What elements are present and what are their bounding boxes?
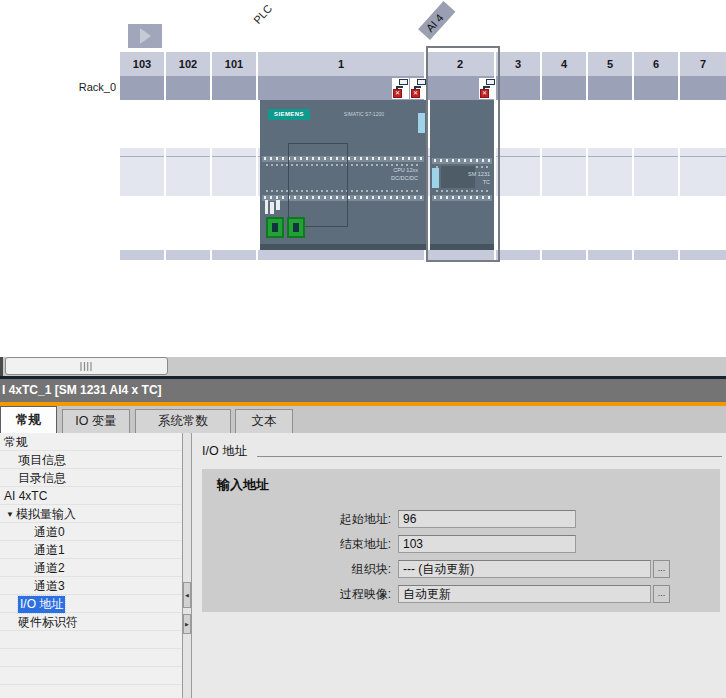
slot-101-cell[interactable]	[212, 100, 258, 148]
slot-1-cell[interactable]	[258, 250, 426, 260]
slot-103-cell[interactable]	[120, 100, 166, 148]
tree-item[interactable]: AI 4xTC	[0, 487, 182, 505]
slot-7-cell[interactable]	[680, 148, 726, 196]
browse-button[interactable]: ...	[653, 560, 670, 578]
slot-1-header[interactable]: 1	[258, 52, 426, 76]
slot-101-cell[interactable]	[212, 196, 258, 250]
slot-3-cell[interactable]	[496, 76, 542, 100]
slot-4-header[interactable]: 4	[542, 52, 588, 76]
port-not-connected-icon[interactable]: ✕	[410, 78, 427, 99]
slot-101-cell[interactable]	[212, 250, 258, 260]
tree-item[interactable]: I/O 地址	[0, 595, 182, 613]
form-field-row: 过程映像: 自动更新 ...	[202, 585, 720, 603]
splitter-grip[interactable]: ||||	[5, 357, 168, 375]
slot-102-cell[interactable]	[166, 250, 212, 260]
slot-2-header[interactable]: 2	[426, 52, 496, 76]
ai-module[interactable]: SM 1231 TC	[430, 100, 494, 250]
slot-102-cell[interactable]	[166, 100, 212, 148]
tree-scroll-strip[interactable]: ◀ ▶	[182, 433, 192, 698]
tab-texts[interactable]: 文本	[235, 409, 293, 433]
slot-5-header[interactable]: 5	[588, 52, 634, 76]
tree-item[interactable]: 常规	[0, 433, 182, 451]
slot-3-cell[interactable]	[496, 100, 542, 148]
tree-item[interactable]: 通道2	[0, 559, 182, 577]
tree-item[interactable]: 目录信息	[0, 469, 182, 487]
slot-7-cell[interactable]	[680, 250, 726, 260]
rack-footer-strip	[120, 250, 726, 260]
slot-103-cell[interactable]	[120, 148, 166, 196]
field-value[interactable]: --- (自动更新)	[398, 560, 651, 578]
port-not-connected-icon[interactable]: ✕	[392, 78, 409, 99]
slot-5-cell[interactable]	[588, 76, 634, 100]
tree-item[interactable]: 硬件标识符	[0, 613, 182, 631]
module-label-plc[interactable]: PLC	[251, 2, 274, 26]
rack-name-label: Rack_0	[0, 81, 116, 93]
slot-header-row: 1031021011234567	[120, 52, 726, 76]
slot-4-cell[interactable]	[542, 196, 588, 250]
form-field-row: 组织块: --- (自动更新) ...	[202, 560, 720, 578]
slot-3-cell[interactable]	[496, 196, 542, 250]
slot-3-cell[interactable]	[496, 148, 542, 196]
tree-item[interactable]: ▼ 模拟量输入	[0, 505, 182, 523]
field-value[interactable]: 103	[398, 535, 576, 553]
splitter-edge	[0, 357, 3, 376]
tree-item[interactable]: 通道0	[0, 523, 182, 541]
slot-6-cell[interactable]	[634, 148, 680, 196]
form-field-row: 结束地址: 103	[202, 535, 720, 553]
slot-7-cell[interactable]	[680, 76, 726, 100]
slot-7-cell[interactable]	[680, 100, 726, 148]
tree-item[interactable]: 通道3	[0, 577, 182, 595]
cpu-door-outline	[288, 143, 348, 227]
tab-general[interactable]: 常规	[0, 406, 57, 433]
slot-102-cell[interactable]	[166, 196, 212, 250]
slot-6-header[interactable]: 6	[634, 52, 680, 76]
module-tag	[432, 168, 439, 188]
slot-4-cell[interactable]	[542, 250, 588, 260]
browse-button[interactable]: ...	[653, 585, 670, 603]
slot-4-cell[interactable]	[542, 148, 588, 196]
slot-7-cell[interactable]	[680, 196, 726, 250]
collapse-left-icon[interactable]: ◀	[183, 582, 191, 608]
micro-labels	[436, 190, 488, 192]
section-rule	[257, 456, 722, 457]
field-value[interactable]: 96	[398, 510, 576, 528]
port-not-connected-icon[interactable]: ✕	[479, 78, 496, 99]
tab-io-tags[interactable]: IO 变量	[62, 409, 130, 433]
slot-5-cell[interactable]	[588, 100, 634, 148]
tree-item[interactable]: 通道1	[0, 541, 182, 559]
collapse-right-icon[interactable]: ▶	[183, 614, 191, 634]
slot-103-cell[interactable]	[120, 76, 166, 100]
slot-3-cell[interactable]	[496, 250, 542, 260]
slot-101-cell[interactable]	[212, 76, 258, 100]
cpu-module[interactable]: SIEMENS SIMATIC S7-1200 CPU 12xx DC/DC/D…	[260, 100, 426, 250]
slot-6-cell[interactable]	[634, 250, 680, 260]
expander-icon[interactable]: ▼	[4, 510, 16, 519]
slot-4-cell[interactable]	[542, 76, 588, 100]
slot-7-header[interactable]: 7	[680, 52, 726, 76]
slot-5-cell[interactable]	[588, 148, 634, 196]
tab-system-constants[interactable]: 系统常数	[135, 409, 231, 433]
slot-103-cell[interactable]	[120, 250, 166, 260]
slot-5-cell[interactable]	[588, 250, 634, 260]
tree-item-label: 项目信息	[18, 452, 66, 469]
section-title: I/O 地址	[202, 443, 257, 460]
slot-4-cell[interactable]	[542, 100, 588, 148]
slot-103-cell[interactable]	[120, 196, 166, 250]
module-label-ai[interactable]: AI 4	[418, 1, 455, 40]
field-value[interactable]: 自动更新	[398, 585, 651, 603]
slot-3-header[interactable]: 3	[496, 52, 542, 76]
slot-101-cell[interactable]	[212, 148, 258, 196]
tree-item[interactable]: 项目信息	[0, 451, 182, 469]
slot-102-cell[interactable]	[166, 148, 212, 196]
slot-103-header[interactable]: 103	[120, 52, 166, 76]
slot-102-cell[interactable]	[166, 76, 212, 100]
slot-101-header[interactable]: 101	[212, 52, 258, 76]
slot-6-cell[interactable]	[634, 100, 680, 148]
slot-102-header[interactable]: 102	[166, 52, 212, 76]
slot-6-cell[interactable]	[634, 76, 680, 100]
slot-2-cell[interactable]	[426, 250, 496, 260]
slot-6-cell[interactable]	[634, 196, 680, 250]
rack-nav-forward-button[interactable]	[128, 24, 162, 48]
slot-5-cell[interactable]	[588, 196, 634, 250]
form-field-row: 起始地址: 96	[202, 510, 720, 528]
